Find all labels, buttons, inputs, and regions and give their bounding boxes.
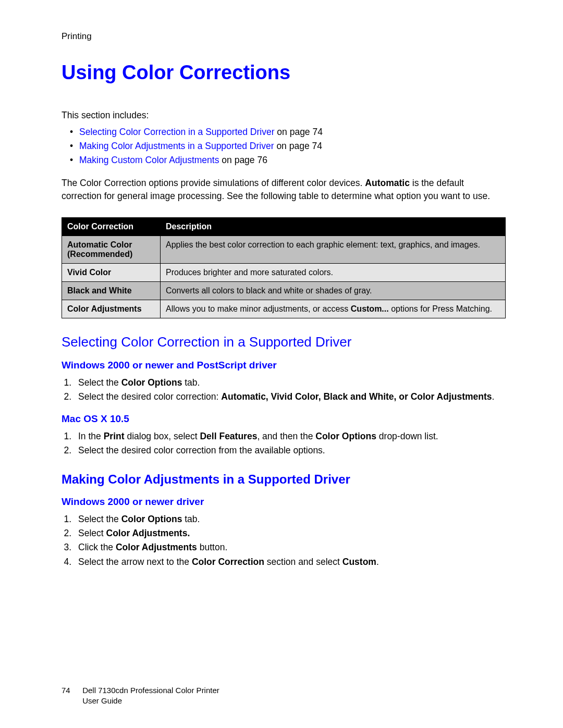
- row-label: Color Adjustments: [62, 300, 161, 318]
- toc-suffix: on page 74: [274, 127, 322, 137]
- table-row: Black and White Converts all colors to b…: [62, 282, 506, 300]
- overview-paragraph: The Color Correction options provide sim…: [62, 177, 506, 203]
- list-item: Select the desired color correction from…: [74, 444, 506, 457]
- row-desc: Converts all colors to black and white o…: [161, 282, 506, 300]
- toc-link-custom[interactable]: Making Custom Color Adjustments: [79, 155, 219, 165]
- list-item: Select the Color Options tab.: [74, 513, 506, 526]
- toc-suffix: on page 74: [274, 141, 322, 151]
- document-page: Printing Using Color Corrections This se…: [0, 0, 563, 728]
- toc-item: Making Color Adjustments in a Supported …: [62, 139, 506, 153]
- heading-windows-newer: Windows 2000 or newer driver: [62, 496, 506, 508]
- toc-item: Selecting Color Correction in a Supporte…: [62, 125, 506, 139]
- list-item: Select the Color Options tab.: [74, 376, 506, 389]
- heading-making-adjustments: Making Color Adjustments in a Supported …: [62, 472, 506, 487]
- overview-pre: The Color Correction options provide sim…: [62, 178, 365, 188]
- table-head-correction: Color Correction: [62, 218, 161, 236]
- toc-list: Selecting Color Correction in a Supporte…: [62, 125, 506, 167]
- list-item: Select Color Adjustments.: [74, 527, 506, 540]
- list-item: In the Print dialog box, select Dell Fea…: [74, 430, 506, 443]
- section-label: Printing: [62, 31, 506, 42]
- list-item: Click the Color Adjustments button.: [74, 541, 506, 554]
- row-label: Black and White: [62, 282, 161, 300]
- steps-windows-ps: Select the Color Options tab. Select the…: [62, 376, 506, 404]
- steps-windows-newer: Select the Color Options tab. Select Col…: [62, 513, 506, 569]
- heading-windows-ps: Windows 2000 or newer and PostScript dri…: [62, 360, 506, 371]
- overview-bold: Automatic: [365, 178, 410, 188]
- table-row: Color Adjustments Allows you to make min…: [62, 300, 506, 318]
- toc-link-adjustments[interactable]: Making Color Adjustments in a Supported …: [79, 141, 274, 151]
- list-item: Select the desired color correction: Aut…: [74, 390, 506, 403]
- row-desc: Allows you to make minor adjustments, or…: [161, 300, 506, 318]
- table-row: Vivid Color Produces brighter and more s…: [62, 264, 506, 282]
- intro-text: This section includes:: [62, 110, 506, 121]
- toc-item: Making Custom Color Adjustments on page …: [62, 153, 506, 167]
- heading-selecting: Selecting Color Correction in a Supporte…: [62, 334, 506, 350]
- table-row: Automatic Color (Recommended) Applies th…: [62, 236, 506, 264]
- row-label: Automatic Color (Recommended): [62, 236, 161, 264]
- toc-suffix: on page 76: [219, 155, 267, 165]
- footer-text: Dell 7130cdn Professional Color Printer …: [82, 685, 219, 707]
- page-footer: 74 Dell 7130cdn Professional Color Print…: [62, 685, 219, 707]
- row-desc: Applies the best color correction to eac…: [161, 236, 506, 264]
- heading-mac: Mac OS X 10.5: [62, 413, 506, 425]
- row-desc: Produces brighter and more saturated col…: [161, 264, 506, 282]
- row-label: Vivid Color: [62, 264, 161, 282]
- steps-mac: In the Print dialog box, select Dell Fea…: [62, 430, 506, 458]
- list-item: Select the arrow next to the Color Corre…: [74, 556, 506, 569]
- page-title: Using Color Corrections: [62, 61, 506, 84]
- page-number: 74: [62, 685, 80, 696]
- table-head-description: Description: [161, 218, 506, 236]
- color-correction-table: Color Correction Description Automatic C…: [62, 217, 506, 318]
- toc-link-selecting[interactable]: Selecting Color Correction in a Supporte…: [79, 127, 274, 137]
